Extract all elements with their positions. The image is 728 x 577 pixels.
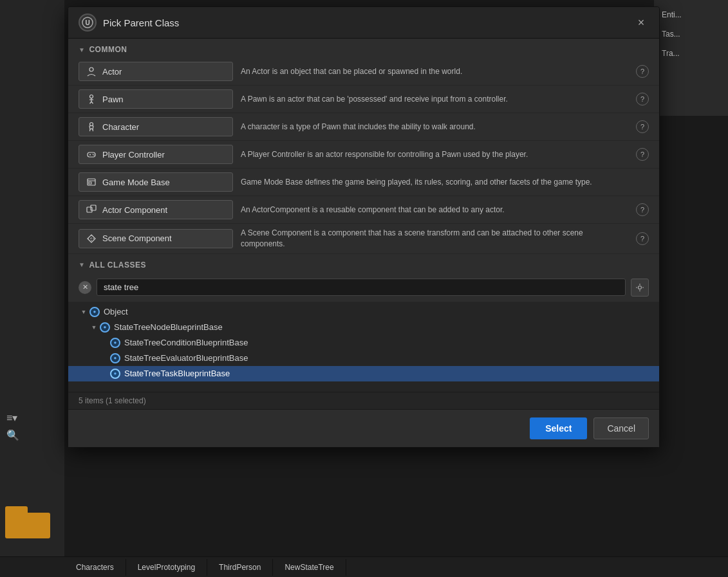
actor-component-help-icon[interactable]: ? xyxy=(636,203,649,216)
svg-line-10 xyxy=(93,129,93,131)
player-controller-button[interactable]: Player Controller xyxy=(79,145,233,164)
class-row-actor-component: Actor Component An ActorComponent is a r… xyxy=(68,196,659,224)
right-panel-item-2[interactable]: Tas... xyxy=(654,24,728,44)
player-controller-icon xyxy=(86,149,97,160)
svg-rect-19 xyxy=(87,207,92,212)
folder-icon xyxy=(5,506,57,545)
tree-item-state-tree-evaluator[interactable]: ▶ ● StateTreeEvaluatorBlueprintBase xyxy=(68,351,659,366)
search-clear-button[interactable]: ✕ xyxy=(79,281,91,294)
search-button[interactable]: 🔍 xyxy=(6,429,58,441)
game-mode-base-icon xyxy=(86,176,97,188)
search-settings-button[interactable] xyxy=(631,279,649,297)
svg-point-3 xyxy=(90,95,93,98)
tree-item-state-tree-node-label: StateTreeNodeBlueprintBase xyxy=(114,322,223,332)
dialog-header-left: U Pick Parent Class xyxy=(79,14,179,32)
tab-characters[interactable]: Characters xyxy=(64,559,126,576)
close-button[interactable]: × xyxy=(633,15,649,30)
pick-parent-class-dialog: U Pick Parent Class × ▼ COMMON Actor An … xyxy=(68,6,660,448)
pawn-button[interactable]: Pawn xyxy=(79,89,233,109)
tree-item-object[interactable]: ▼ ● Object xyxy=(68,304,659,320)
state-tree-condition-icon: ● xyxy=(109,337,121,349)
common-class-list: Actor An Actor is an object that can be … xyxy=(68,58,659,254)
scene-component-description: A Scene Component is a component that ha… xyxy=(241,228,628,250)
character-label: Character xyxy=(102,122,139,132)
actor-component-icon xyxy=(86,204,97,215)
filter-button[interactable]: ≡▾ xyxy=(6,412,58,424)
actor-component-label: Actor Component xyxy=(102,205,167,215)
svg-point-24 xyxy=(639,286,642,289)
all-classes-section: ▼ ALL CLASSES ✕ ▼ ● xyxy=(68,254,659,409)
search-row: ✕ xyxy=(68,273,659,302)
class-row-player-controller: Player Controller A Player Controller is… xyxy=(68,141,659,169)
player-controller-description: A Player Controller is an actor responsi… xyxy=(241,149,628,160)
actor-description: An Actor is an object that can be placed… xyxy=(241,66,628,77)
common-label: COMMON xyxy=(89,45,127,54)
pawn-label: Pawn xyxy=(102,95,124,104)
svg-line-9 xyxy=(90,129,91,131)
right-panel-item-1[interactable]: Enti... xyxy=(654,5,728,24)
search-input[interactable] xyxy=(97,279,626,296)
tab-level-prototyping[interactable]: LevelPrototyping xyxy=(126,559,207,576)
class-row-actor: Actor An Actor is an object that can be … xyxy=(68,58,659,86)
player-controller-help-icon[interactable]: ? xyxy=(636,148,649,161)
state-tree-evaluator-icon: ● xyxy=(109,353,121,364)
player-controller-label: Player Controller xyxy=(102,150,165,160)
pawn-help-icon[interactable]: ? xyxy=(636,93,649,105)
scene-component-button[interactable]: Scene Component xyxy=(79,229,233,248)
search-icon: 🔍 xyxy=(6,429,19,441)
character-button[interactable]: Character xyxy=(79,117,233,136)
scene-component-help-icon[interactable]: ? xyxy=(636,232,649,245)
svg-rect-18 xyxy=(89,182,91,184)
scene-component-icon xyxy=(86,233,97,244)
bottom-bar: Characters LevelPrototyping ThirdPerson … xyxy=(0,556,728,577)
game-mode-base-button[interactable]: Game Mode Base xyxy=(79,172,233,192)
tree-item-state-tree-node[interactable]: ▼ ● StateTreeNodeBlueprintBase xyxy=(68,320,659,335)
character-description: A character is a type of Pawn that inclu… xyxy=(241,122,628,133)
all-classes-chevron-icon: ▼ xyxy=(79,261,85,268)
object-arrow-icon: ▼ xyxy=(79,309,89,315)
character-help-icon[interactable]: ? xyxy=(636,120,649,133)
status-text: 5 items (1 selected) xyxy=(79,396,146,405)
tree-item-state-tree-condition[interactable]: ▶ ● StateTreeConditionBlueprintBase xyxy=(68,335,659,351)
right-panel-item-3[interactable]: Tra... xyxy=(654,44,728,63)
tree-item-task-label: StateTreeTaskBlueprintBase xyxy=(124,369,230,378)
svg-point-2 xyxy=(89,68,93,71)
svg-line-7 xyxy=(91,102,93,104)
tree-item-object-label: Object xyxy=(104,307,128,316)
dialog-header: U Pick Parent Class × xyxy=(68,7,659,39)
common-chevron-icon: ▼ xyxy=(79,46,85,53)
actor-help-icon[interactable]: ? xyxy=(636,65,649,78)
tab-new-state-tree[interactable]: NewStateTree xyxy=(273,559,346,576)
svg-rect-20 xyxy=(91,205,96,210)
settings-icon xyxy=(635,283,644,292)
svg-point-8 xyxy=(90,123,93,126)
common-section-header: ▼ COMMON xyxy=(68,39,659,58)
actor-button[interactable]: Actor xyxy=(79,62,233,81)
object-node-icon: ● xyxy=(89,306,100,318)
actor-component-description: An ActorComponent is a reusable componen… xyxy=(241,205,628,215)
state-tree-task-icon: ● xyxy=(109,368,121,380)
right-panel: Enti... Tas... Tra... xyxy=(654,0,728,68)
left-panel xyxy=(0,0,64,577)
filter-icon: ≡▾ xyxy=(6,412,17,424)
left-sidebar: ≡▾ 🔍 xyxy=(0,405,64,448)
actor-label: Actor xyxy=(102,67,122,77)
class-row-character: Character A character is a type of Pawn … xyxy=(68,113,659,141)
cancel-button[interactable]: Cancel xyxy=(593,417,649,439)
status-bar: 5 items (1 selected) xyxy=(68,392,659,409)
class-row-scene-component: Scene Component A Scene Component is a c… xyxy=(68,224,659,254)
character-icon xyxy=(86,121,97,133)
dialog-footer: Select Cancel xyxy=(68,409,659,447)
svg-point-14 xyxy=(93,154,94,155)
tree-item-state-tree-task[interactable]: ▶ ● StateTreeTaskBlueprintBase xyxy=(68,366,659,381)
tree-item-condition-label: StateTreeConditionBlueprintBase xyxy=(124,338,248,347)
class-tree: ▼ ● Object ▼ ● StateTreeNodeBlueprintBas… xyxy=(68,302,659,392)
tab-third-person[interactable]: ThirdPerson xyxy=(207,559,273,576)
actor-component-button[interactable]: Actor Component xyxy=(79,200,233,219)
state-tree-node-icon: ● xyxy=(99,322,111,333)
dialog-title: Pick Parent Class xyxy=(103,17,179,28)
svg-text:U: U xyxy=(85,19,89,26)
select-button[interactable]: Select xyxy=(530,417,587,439)
all-classes-label: ALL CLASSES xyxy=(89,261,146,270)
ue-logo: U xyxy=(79,14,97,32)
